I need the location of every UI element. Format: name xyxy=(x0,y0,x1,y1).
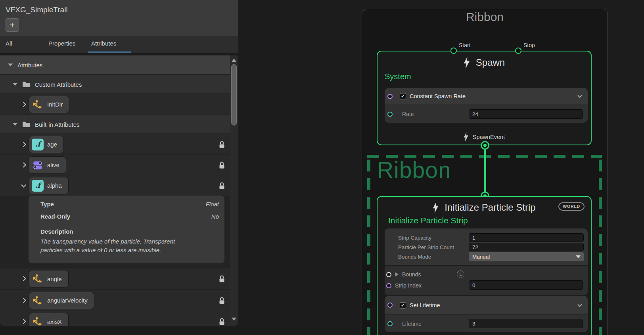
bounds-row: Bounds L xyxy=(385,269,588,280)
lifetime-port[interactable] xyxy=(387,321,393,326)
bounds-label: Bounds xyxy=(402,271,421,278)
spawn-node-title-row: Spawn xyxy=(378,57,591,69)
flow-connection-edge[interactable] xyxy=(484,145,486,196)
system-boundary-label: Ribbon xyxy=(377,157,451,183)
block-header-row[interactable]: ✓ Set Lifetime xyxy=(385,296,588,314)
lightning-icon xyxy=(464,132,469,141)
block-label: Set Lifetime xyxy=(410,302,440,308)
spawn-output-flow-port[interactable] xyxy=(481,141,489,150)
strip-capacity-row: Strip Capacity xyxy=(385,233,588,242)
particle-per-strip-row: Particle Per Strip Count xyxy=(385,242,588,252)
initialize-settings-box: Strip Capacity Particle Per Strip Count … xyxy=(385,228,588,295)
collapse-chevron-icon[interactable] xyxy=(577,93,582,98)
world-space-badge[interactable]: WORLD xyxy=(558,202,585,211)
lifetime-label: Lifetime xyxy=(402,321,422,327)
bounds-port[interactable] xyxy=(386,272,391,277)
start-flow-port[interactable] xyxy=(450,48,457,54)
strip-capacity-input[interactable] xyxy=(469,233,584,242)
bounds-mode-label: Bounds Mode xyxy=(398,254,431,260)
rate-label: Rate xyxy=(402,111,414,117)
block-enabled-checkbox[interactable]: ✓ xyxy=(400,302,406,308)
lightning-icon xyxy=(433,202,439,213)
strip-index-port[interactable] xyxy=(386,283,391,288)
set-lifetime-block[interactable]: ✓ Set Lifetime Lifetime xyxy=(385,296,588,332)
system-boundary-dashed-right xyxy=(599,160,602,335)
block-enabled-checkbox[interactable]: ✓ xyxy=(400,93,406,99)
context-label: Initialize Particle Strip xyxy=(388,216,468,225)
bounds-mode-row: Bounds Mode Manual xyxy=(385,252,588,261)
lifetime-input[interactable] xyxy=(469,319,583,328)
input-ports-section: Bounds L Strip Index xyxy=(385,266,588,295)
context-label: System xyxy=(385,72,411,81)
constant-spawn-rate-block[interactable]: ✓ Constant Spawn Rate Rate xyxy=(385,88,588,123)
particle-per-strip-input[interactable] xyxy=(469,243,584,251)
strip-index-input[interactable] xyxy=(469,280,583,290)
system-boundary-dashed-left xyxy=(367,160,370,335)
stop-flow-port[interactable] xyxy=(515,48,521,54)
strip-index-row: Strip Index xyxy=(385,280,588,291)
local-space-badge[interactable]: L xyxy=(457,270,464,278)
lightning-icon xyxy=(464,57,470,69)
system-title: Ribbon xyxy=(362,10,608,24)
bounds-mode-value: Manual xyxy=(472,254,490,260)
collapse-chevron-icon[interactable] xyxy=(577,302,582,306)
spawn-event-label: SpawnEvent xyxy=(473,134,505,140)
spawn-event-row: SpawnEvent xyxy=(378,132,591,141)
node-title: Initialize Particle Strip xyxy=(445,202,535,213)
block-port[interactable] xyxy=(387,303,393,308)
node-title: Spawn xyxy=(476,57,505,68)
strip-index-label: Strip Index xyxy=(395,282,422,289)
lifetime-row: Lifetime xyxy=(385,315,588,332)
block-header-row[interactable]: ✓ Constant Spawn Rate xyxy=(385,88,588,105)
rate-row: Rate xyxy=(385,105,588,123)
bounds-mode-dropdown[interactable]: Manual xyxy=(469,252,584,261)
rate-input[interactable] xyxy=(469,109,583,119)
vfx-graph-canvas[interactable]: Ribbon Ribbon Start Stop Spawn System ✓ … xyxy=(0,0,644,335)
expand-triangle-icon[interactable] xyxy=(395,272,399,276)
strip-capacity-label: Strip Capacity xyxy=(398,235,431,241)
settings-section: Strip Capacity Particle Per Strip Count … xyxy=(385,228,588,265)
rate-port[interactable] xyxy=(387,112,393,117)
stop-port-label: Stop xyxy=(523,42,535,48)
dropdown-arrow-icon xyxy=(576,255,581,258)
block-port[interactable] xyxy=(387,94,393,99)
particle-per-strip-label: Particle Per Strip Count xyxy=(398,244,454,250)
block-label: Constant Spawn Rate xyxy=(410,93,466,99)
spawn-node[interactable]: Start Stop Spawn System ✓ Constant Spawn… xyxy=(377,51,592,145)
start-port-label: Start xyxy=(459,42,471,48)
initialize-particle-strip-node[interactable]: Initialize Particle Strip WORLD Initiali… xyxy=(377,196,592,335)
